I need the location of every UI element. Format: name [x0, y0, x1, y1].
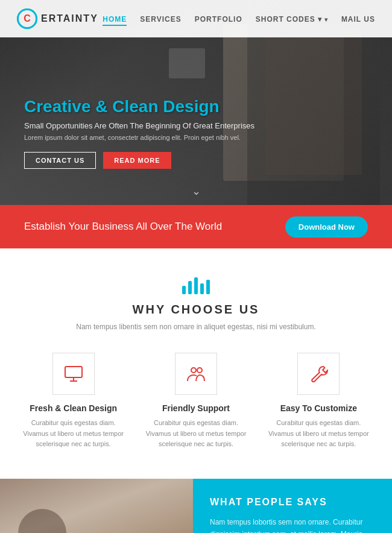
testimonial-section: WHAT PEOPLE SAYS Nam tempus lobortis sem…	[0, 479, 392, 533]
logo-text: ERTAINTY	[41, 13, 98, 24]
card-support-title: Friendly Support	[141, 403, 251, 413]
download-now-button[interactable]: Download Now	[285, 216, 368, 238]
card-customize-title: Easy To Customize	[264, 403, 374, 413]
scroll-indicator[interactable]: ⌄	[192, 184, 201, 198]
contact-us-button[interactable]: CONTACT US	[24, 152, 96, 169]
hero-content: Creative & Clean Design Small Opportunit…	[24, 97, 254, 169]
testimonial-text: Nam tempus lobortis sem non ornare. Cura…	[210, 516, 375, 533]
wrench-icon-box	[297, 353, 340, 395]
nav-item-home[interactable]: HOME	[103, 13, 127, 24]
why-choose-us-section: WHY CHOOSE US Nam tempus libentis sem no…	[0, 248, 392, 479]
hero-title-plain: Creative	[24, 97, 95, 116]
nav-item-shortcodes[interactable]: SHORT CODES ▾	[256, 13, 328, 24]
hero-title-end: Clean Design	[112, 97, 219, 116]
nav-links: HOME SERVICES PORTFOLIO SHORT CODES ▾ MA…	[103, 13, 375, 24]
why-card-support: Friendly Support Curabitur quis egestas …	[141, 353, 251, 450]
testimonial-photo	[0, 479, 193, 533]
monitor-icon	[64, 364, 83, 383]
testimonial-content: WHAT PEOPLE SAYS Nam tempus lobortis sem…	[193, 479, 392, 533]
card-support-desc: Curabitur quis egestas diam. Vivamus ut …	[141, 418, 251, 450]
cta-text: Establish Your Business All Over The Wor…	[24, 221, 222, 233]
nav-item-mail[interactable]: MAIL US	[341, 13, 375, 24]
cta-banner: Establish Your Business All Over The Wor…	[0, 205, 392, 248]
why-subtitle: Nam tempus libentis sem non ornare in al…	[18, 323, 374, 331]
navbar: C ERTAINTY HOME SERVICES PORTFOLIO SHORT…	[0, 0, 392, 37]
svg-rect-0	[65, 367, 82, 377]
logo-letter: C	[24, 13, 31, 24]
testimonial-heading: WHAT PEOPLE SAYS	[210, 497, 375, 508]
support-icon-box	[175, 353, 217, 395]
hero-desc: Lorem ipsum dolor sit amet, consectetr a…	[24, 134, 254, 141]
support-icon	[186, 364, 206, 383]
read-more-button[interactable]: READ MORE	[103, 152, 171, 169]
why-card-customize: Easy To Customize Curabitur quis egestas…	[264, 353, 374, 450]
chart-bars-icon	[18, 277, 374, 294]
nav-item-portfolio[interactable]: PORTFOLIO	[195, 13, 242, 24]
why-cards: Fresh & Clean Design Curabitur quis eges…	[18, 353, 374, 450]
hero-title-accent: &	[95, 97, 112, 116]
hero-title: Creative & Clean Design	[24, 97, 254, 116]
svg-point-4	[197, 368, 202, 373]
logo[interactable]: C ERTAINTY	[17, 8, 98, 29]
monitor-icon-box	[52, 353, 95, 395]
logo-name: ERTAINTY	[41, 13, 98, 24]
svg-point-3	[191, 368, 196, 373]
wrench-icon	[309, 364, 328, 383]
hero-buttons: CONTACT US READ MORE	[24, 152, 254, 169]
hero-subtitle: Small Opportunities Are Often The Beginn…	[24, 121, 254, 130]
card-design-desc: Curabitur quis egestas diam. Vivamus ut …	[18, 418, 128, 450]
card-customize-desc: Curabitur quis egestas diam. Vivamus ut …	[264, 418, 374, 450]
why-title: WHY CHOOSE US	[18, 303, 374, 317]
nav-item-services[interactable]: SERVICES	[140, 13, 181, 24]
why-card-design: Fresh & Clean Design Curabitur quis eges…	[18, 353, 128, 450]
card-design-title: Fresh & Clean Design	[18, 403, 128, 413]
logo-icon: C	[17, 8, 37, 29]
